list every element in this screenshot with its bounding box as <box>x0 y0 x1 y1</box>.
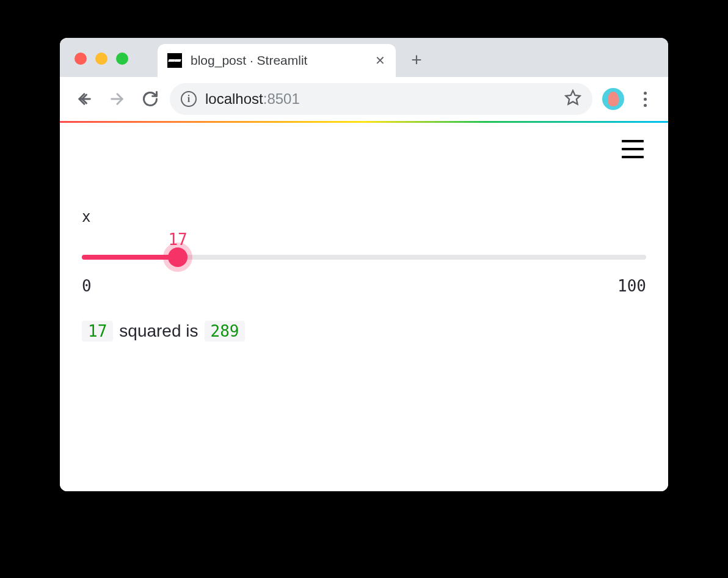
browser-tab[interactable]: blog_post · Streamlit ✕ <box>158 44 396 77</box>
nav-reload-button[interactable] <box>137 86 164 112</box>
app-content: x 17 0 100 17 squared is 289 <box>60 123 668 491</box>
window-controls <box>75 53 128 65</box>
url-text: localhost:8501 <box>205 90 556 108</box>
window-fullscreen-button[interactable] <box>116 53 128 65</box>
bookmark-star-icon[interactable] <box>564 89 581 109</box>
svg-marker-3 <box>566 90 580 104</box>
url-host: localhost <box>205 90 263 107</box>
slider-label: x <box>82 208 646 225</box>
url-port: :8501 <box>263 90 300 107</box>
slider-current-value: 17 <box>168 230 187 249</box>
result-label: squared is <box>119 321 198 341</box>
browser-window: blog_post · Streamlit ✕ + i localhost:85… <box>60 38 668 491</box>
slider-track-container: 17 <box>82 234 646 271</box>
tab-close-button[interactable]: ✕ <box>374 54 386 67</box>
result-x-chip: 17 <box>82 321 113 342</box>
browser-menu-button[interactable] <box>633 87 657 111</box>
slider-min-label: 0 <box>82 277 92 295</box>
address-bar[interactable]: i localhost:8501 <box>170 83 592 115</box>
profile-avatar-icon[interactable] <box>602 88 624 110</box>
window-close-button[interactable] <box>75 53 87 65</box>
slider-range-labels: 0 100 <box>82 277 646 295</box>
slider-widget: x 17 0 100 <box>82 208 646 295</box>
result-text: 17 squared is 289 <box>82 321 646 342</box>
window-minimize-button[interactable] <box>95 53 107 65</box>
site-info-icon[interactable]: i <box>181 91 197 107</box>
app-menu-button[interactable] <box>622 140 644 158</box>
toolbar: i localhost:8501 <box>60 77 668 121</box>
nav-forward-button[interactable] <box>104 86 131 112</box>
nav-back-button[interactable] <box>71 86 98 112</box>
new-tab-button[interactable]: + <box>403 46 430 73</box>
slider-fill <box>82 255 178 260</box>
streamlit-favicon-icon <box>167 53 182 68</box>
slider-max-label: 100 <box>617 277 646 295</box>
slider-thumb[interactable] <box>168 247 187 267</box>
result-xsq-chip: 289 <box>205 321 246 342</box>
tab-title: blog_post · Streamlit <box>191 53 365 68</box>
tab-strip: blog_post · Streamlit ✕ + <box>60 38 668 77</box>
